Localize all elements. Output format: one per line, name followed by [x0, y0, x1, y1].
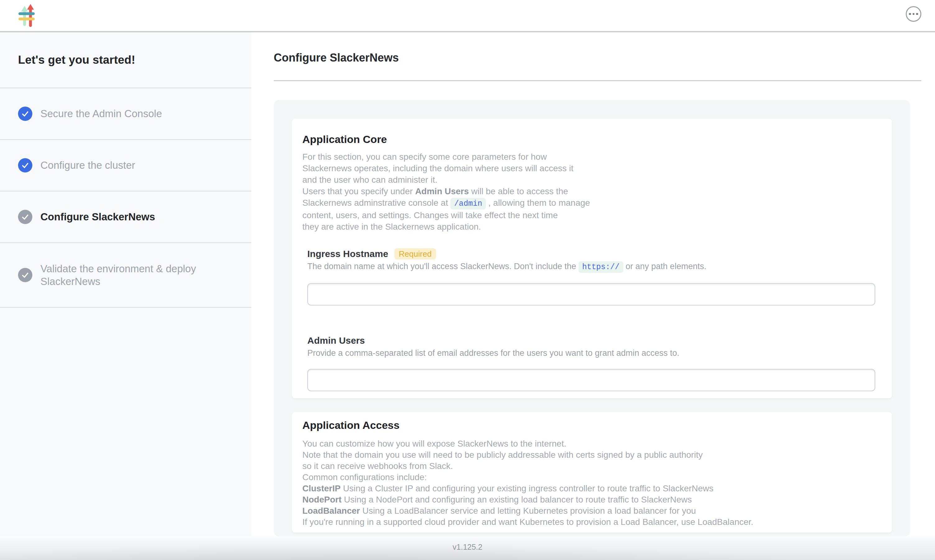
ingress-hostname-label: Ingress Hostname: [307, 249, 388, 259]
loadbalancer-bold: LoadBalancer: [302, 506, 360, 515]
sidebar-step-configure-cluster[interactable]: Configure the cluster: [0, 140, 251, 191]
application-access-card: Application Access You can customize how…: [292, 412, 892, 533]
onboarding-sidebar: Let's get you started! Secure the Admin …: [0, 32, 251, 536]
sidebar-step-validate-deploy[interactable]: Validate the environment & deploy Slacke…: [0, 243, 251, 308]
application-core-title: Application Core: [302, 132, 876, 146]
step-label: Configure SlackerNews: [40, 211, 155, 223]
ingress-hostname-field: Ingress Hostname Required The domain nam…: [307, 248, 876, 306]
step-pending-icon: [18, 210, 32, 224]
admin-users-label-row: Admin Users: [307, 334, 876, 347]
step-complete-icon: [18, 158, 32, 172]
step-label: Validate the environment & deploy Slacke…: [40, 262, 221, 288]
https-code: https://: [579, 262, 623, 273]
admin-users-input[interactable]: [307, 369, 875, 391]
slackernews-logo-icon: [18, 4, 35, 27]
app-window: Let's get you started! Secure the Admin …: [0, 0, 935, 560]
version-label: v1.125.2: [452, 543, 483, 552]
admin-path-code: /admin: [451, 198, 486, 209]
application-core-description: For this section, you can specify some c…: [302, 151, 876, 232]
step-label: Secure the Admin Console: [40, 107, 162, 120]
clusterip-bold: ClusterIP: [302, 483, 341, 493]
admin-users-label: Admin Users: [307, 335, 365, 346]
step-pending-icon: [18, 268, 32, 282]
admin-users-bold: Admin Users: [415, 186, 469, 196]
step-label: Configure the cluster: [40, 159, 135, 172]
ellipsis-icon: [909, 13, 911, 15]
required-badge: Required: [394, 248, 436, 260]
sidebar-heading: Let's get you started!: [18, 54, 135, 66]
ingress-hostname-input[interactable]: [307, 283, 875, 306]
admin-users-help: Provide a comma-separated list of email …: [307, 347, 876, 359]
step-complete-icon: [18, 106, 32, 121]
ingress-hostname-label-row: Ingress Hostname Required: [307, 248, 876, 260]
title-divider: [274, 80, 921, 81]
top-bar: [0, 0, 935, 32]
application-core-card: Application Core For this section, you c…: [292, 119, 892, 398]
sidebar-step-configure-slackernews[interactable]: Configure SlackerNews: [0, 191, 251, 243]
nodeport-bold: NodePort: [302, 495, 341, 505]
application-access-description: You can customize how you will expose Sl…: [302, 438, 876, 528]
config-panel: Application Core For this section, you c…: [274, 100, 910, 536]
more-menu-button[interactable]: [906, 6, 921, 22]
sidebar-step-secure-admin-console[interactable]: Secure the Admin Console: [0, 88, 251, 140]
footer: v1.125.2: [0, 536, 935, 560]
sidebar-heading-block: Let's get you started!: [0, 32, 251, 88]
main-content: Configure SlackerNews Application Core F…: [251, 32, 935, 536]
application-access-title: Application Access: [302, 418, 876, 432]
admin-users-field: Admin Users Provide a comma-separated li…: [307, 334, 876, 391]
page-title: Configure SlackerNews: [274, 50, 935, 66]
ingress-hostname-help: The domain name at which you'll access S…: [307, 260, 876, 273]
